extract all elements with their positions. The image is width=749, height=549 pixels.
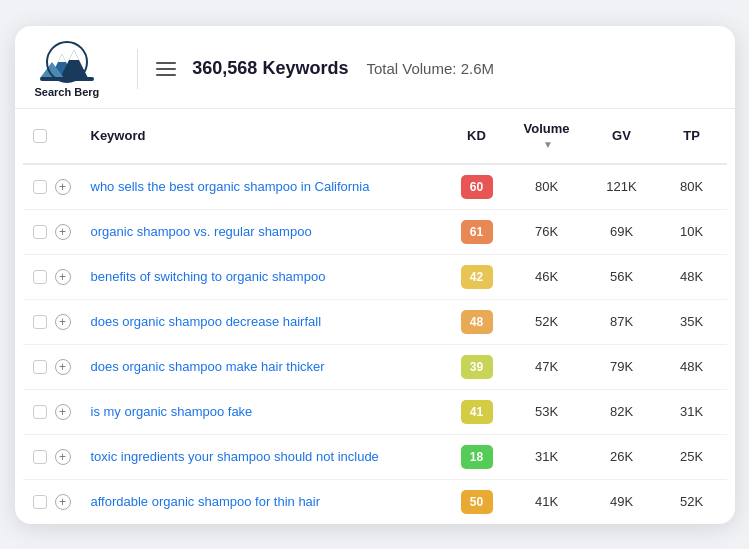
keyword-link[interactable]: is my organic shampoo fake (91, 404, 253, 419)
add-keyword-button[interactable]: + (55, 449, 71, 465)
keyword-link[interactable]: toxic ingredients your shampoo should no… (91, 449, 379, 464)
kd-cell: 41 (447, 389, 507, 434)
volume-sort-icon: ▼ (543, 139, 553, 150)
header-divider (137, 49, 138, 89)
kd-cell: 18 (447, 434, 507, 479)
row-controls: + (33, 494, 71, 510)
kd-badge: 39 (461, 355, 493, 379)
row-checkbox[interactable] (33, 495, 47, 509)
col-tp: TP (657, 109, 727, 164)
volume-cell: 47K (507, 344, 587, 389)
tp-cell: 48K (657, 254, 727, 299)
row-checkbox[interactable] (33, 270, 47, 284)
col-volume[interactable]: Volume ▼ (507, 109, 587, 164)
kd-cell: 39 (447, 344, 507, 389)
tp-cell: 25K (657, 434, 727, 479)
keyword-link[interactable]: affordable organic shampoo for thin hair (91, 494, 321, 509)
col-keyword: Keyword (81, 109, 447, 164)
row-checkbox[interactable] (33, 405, 47, 419)
keyword-link[interactable]: who sells the best organic shampoo in Ca… (91, 179, 370, 194)
kd-badge: 41 (461, 400, 493, 424)
svg-marker-3 (58, 54, 66, 62)
kd-cell: 48 (447, 299, 507, 344)
col-gv: GV (587, 109, 657, 164)
gv-cell: 121K (587, 164, 657, 210)
tp-cell: 52K (657, 479, 727, 524)
menu-line-1 (156, 62, 176, 64)
row-checkbox[interactable] (33, 225, 47, 239)
kd-badge: 61 (461, 220, 493, 244)
gv-cell: 49K (587, 479, 657, 524)
row-controls: + (33, 224, 71, 240)
volume-cell: 41K (507, 479, 587, 524)
volume-cell: 80K (507, 164, 587, 210)
table-row: + benefits of switching to organic shamp… (23, 254, 727, 299)
logo-icon (40, 40, 94, 84)
table-row: + who sells the best organic shampoo in … (23, 164, 727, 210)
table-body: + who sells the best organic shampoo in … (23, 164, 727, 524)
logo-area: Search Berg (35, 40, 100, 98)
keywords-table: Keyword KD Volume ▼ GV TP + who sells th… (23, 109, 727, 524)
keywords-count: 360,568 Keywords (192, 58, 348, 79)
gv-cell: 79K (587, 344, 657, 389)
col-checkbox (23, 109, 81, 164)
tp-cell: 31K (657, 389, 727, 434)
tp-cell: 35K (657, 299, 727, 344)
kd-badge: 42 (461, 265, 493, 289)
kd-cell: 50 (447, 479, 507, 524)
total-volume: Total Volume: 2.6M (366, 60, 494, 77)
add-keyword-button[interactable]: + (55, 224, 71, 240)
logo-text: Search Berg (35, 86, 100, 98)
row-checkbox[interactable] (33, 180, 47, 194)
keyword-link[interactable]: does organic shampoo make hair thicker (91, 359, 325, 374)
add-keyword-button[interactable]: + (55, 269, 71, 285)
volume-cell: 53K (507, 389, 587, 434)
keyword-link[interactable]: benefits of switching to organic shampoo (91, 269, 326, 284)
menu-line-2 (156, 68, 176, 70)
volume-cell: 76K (507, 209, 587, 254)
header-checkbox[interactable] (33, 129, 47, 143)
volume-cell: 46K (507, 254, 587, 299)
menu-icon[interactable] (156, 62, 176, 76)
kd-badge: 48 (461, 310, 493, 334)
gv-cell: 82K (587, 389, 657, 434)
add-keyword-button[interactable]: + (55, 494, 71, 510)
header-stats: 360,568 Keywords Total Volume: 2.6M (192, 58, 494, 79)
gv-cell: 56K (587, 254, 657, 299)
keyword-link[interactable]: does organic shampoo decrease hairfall (91, 314, 322, 329)
main-card: Search Berg 360,568 Keywords Total Volum… (15, 26, 735, 524)
row-controls: + (33, 314, 71, 330)
kd-badge: 18 (461, 445, 493, 469)
row-controls: + (33, 179, 71, 195)
row-checkbox[interactable] (33, 315, 47, 329)
add-keyword-button[interactable]: + (55, 404, 71, 420)
svg-rect-5 (40, 77, 94, 81)
row-checkbox[interactable] (33, 360, 47, 374)
row-controls: + (33, 359, 71, 375)
kd-cell: 60 (447, 164, 507, 210)
gv-cell: 87K (587, 299, 657, 344)
add-keyword-button[interactable]: + (55, 314, 71, 330)
header: Search Berg 360,568 Keywords Total Volum… (15, 26, 735, 109)
gv-cell: 69K (587, 209, 657, 254)
kd-cell: 61 (447, 209, 507, 254)
kd-badge: 60 (461, 175, 493, 199)
table-row: + does organic shampoo decrease hairfall… (23, 299, 727, 344)
row-checkbox[interactable] (33, 450, 47, 464)
volume-cell: 31K (507, 434, 587, 479)
tp-cell: 10K (657, 209, 727, 254)
tp-cell: 48K (657, 344, 727, 389)
col-kd: KD (447, 109, 507, 164)
kd-badge: 50 (461, 490, 493, 514)
table-header-row: Keyword KD Volume ▼ GV TP (23, 109, 727, 164)
row-controls: + (33, 449, 71, 465)
tp-cell: 80K (657, 164, 727, 210)
menu-line-3 (156, 74, 176, 76)
volume-cell: 52K (507, 299, 587, 344)
table-row: + is my organic shampoo fake4153K82K31K (23, 389, 727, 434)
add-keyword-button[interactable]: + (55, 359, 71, 375)
keyword-link[interactable]: organic shampoo vs. regular shampoo (91, 224, 312, 239)
add-keyword-button[interactable]: + (55, 179, 71, 195)
svg-marker-4 (69, 50, 79, 60)
table-row: + affordable organic shampoo for thin ha… (23, 479, 727, 524)
